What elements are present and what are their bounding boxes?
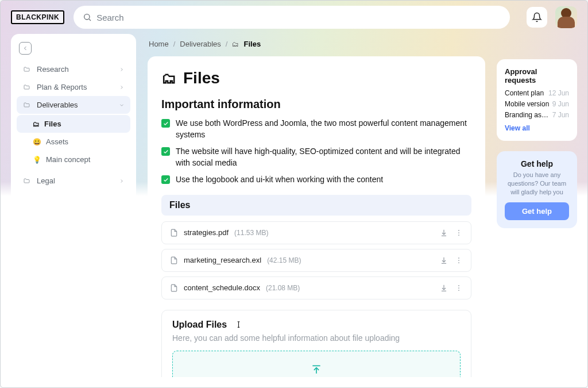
help-card: Get help Do you have any questions? Our … (497, 151, 577, 228)
approvals-view-all[interactable]: View all (505, 124, 530, 132)
approval-date: 7 Jun (552, 111, 569, 119)
check-icon (161, 147, 170, 156)
sidebar-item-label: Research (37, 65, 69, 74)
sidebar: Research Plan & Reports Deliverables 🗂 F… (11, 34, 136, 371)
download-icon[interactable] (440, 229, 448, 237)
text-cursor-icon (235, 320, 242, 329)
sidebar-item-deliverables[interactable]: Deliverables (17, 96, 130, 114)
svg-point-0 (84, 14, 90, 20)
file-actions (440, 256, 463, 264)
file-actions (440, 229, 463, 237)
file-row[interactable]: strategies.pdf (11.53 MB) (161, 221, 471, 244)
svg-point-11 (458, 285, 459, 286)
upload-heading-row: Upload Files (172, 320, 461, 330)
help-text: Do you have any questions? Our team will… (505, 171, 569, 197)
download-icon[interactable] (440, 284, 448, 292)
file-row[interactable]: content_schedule.docx (21.08 MB) (161, 276, 471, 299)
svg-point-4 (458, 232, 459, 233)
header-actions (527, 6, 577, 28)
main-column: Home / Deliverables / 🗂 Files 🗂 Files Im… (148, 34, 485, 377)
sidebar-item-research[interactable]: Research (17, 60, 130, 78)
sidebar-item-legal[interactable]: Legal (17, 172, 130, 190)
svg-point-12 (458, 287, 459, 289)
approval-name: Mobile version (505, 100, 549, 108)
file-name: content_schedule.docx (184, 283, 260, 292)
search-placeholder: Search (96, 13, 124, 22)
breadcrumb: Home / Deliverables / 🗂 Files (148, 34, 485, 51)
more-icon[interactable] (455, 284, 463, 292)
file-actions (440, 284, 463, 292)
files-heading: Files (161, 195, 471, 216)
sidebar-sub-label: Assets (46, 137, 68, 146)
main-card: 🗂 Files Important information We use bot… (148, 56, 485, 377)
notifications-button[interactable] (527, 7, 547, 28)
sidebar-item-plan-reports[interactable]: Plan & Reports (17, 78, 130, 96)
sidebar-children-deliverables: 🗂 Files 😀 Assets 💡 Main concept (17, 115, 130, 168)
svg-line-1 (89, 19, 91, 21)
download-icon[interactable] (440, 256, 448, 264)
search-icon (83, 13, 92, 22)
file-name: strategies.pdf (184, 228, 229, 237)
upload-dropzone[interactable]: Drag file(s) here or click to upload (172, 351, 461, 377)
more-icon[interactable] (455, 229, 463, 237)
breadcrumb-deliverables[interactable]: Deliverables (180, 40, 221, 48)
approval-date: 9 Jun (552, 100, 569, 108)
sidebar-collapse-button[interactable] (19, 42, 32, 55)
file-row[interactable]: marketing_research.exl (42.15 MB) (161, 249, 471, 272)
help-button[interactable]: Get help (505, 202, 569, 220)
sidebar-sub-label: Main concept (46, 155, 90, 164)
check-icon (161, 175, 170, 184)
file-icon (170, 256, 178, 265)
file-size: (21.08 MB) (266, 284, 300, 292)
breadcrumb-separator: / (173, 40, 176, 48)
check-icon (161, 119, 170, 128)
svg-point-8 (458, 260, 459, 261)
more-icon[interactable] (455, 256, 463, 264)
sidebar-sub-assets[interactable]: 😀 Assets (17, 133, 130, 151)
sidebar-sub-main-concept[interactable]: 💡 Main concept (17, 151, 130, 168)
approvals-card: Approval requests Content plan 12 Jun Mo… (497, 59, 577, 141)
info-heading: Important information (161, 98, 471, 111)
breadcrumb-current: Files (243, 40, 261, 48)
search-input[interactable]: Search (74, 6, 510, 29)
folder-icon (22, 84, 31, 91)
sidebar-sub-label: Files (44, 120, 61, 128)
info-item: The website will have high-quality, SEO-… (161, 146, 471, 168)
bulb-emoji-icon: 💡 (33, 156, 41, 164)
breadcrumb-separator: / (226, 40, 228, 48)
breadcrumb-home[interactable]: Home (149, 40, 169, 48)
upload-title: Upload Files (172, 320, 227, 330)
info-list: We use both WordPress and Joomla, the tw… (161, 118, 471, 186)
folder-emoji-icon: 🗂 (232, 40, 239, 48)
info-item-text: We use both WordPress and Joomla, the tw… (176, 118, 471, 140)
approval-item[interactable]: Mobile version 9 Jun (505, 100, 569, 108)
sidebar-item-label: Plan & Reports (37, 83, 87, 91)
avatar[interactable] (555, 6, 577, 28)
approval-name: Content plan (505, 89, 544, 97)
info-item-text: Use the logobook and ui-kit when working… (176, 174, 383, 186)
sidebar-sub-files[interactable]: 🗂 Files (17, 115, 130, 133)
folder-icon (22, 178, 31, 185)
upload-card: Upload Files Here, you can add some help… (161, 310, 471, 377)
app-frame: BLACKPINK Search Research (0, 0, 588, 388)
info-item: We use both WordPress and Joomla, the tw… (161, 118, 471, 140)
approvals-heading: Approval requests (505, 67, 569, 84)
file-size: (42.15 MB) (267, 256, 301, 264)
upload-icon (311, 364, 322, 375)
folder-emoji-icon: 🗂 (161, 70, 176, 87)
chevron-right-icon (119, 84, 125, 90)
svg-point-9 (458, 262, 459, 263)
approval-item[interactable]: Branding asse... 7 Jun (505, 111, 569, 119)
approval-item[interactable]: Content plan 12 Jun (505, 89, 569, 97)
chevron-right-icon (119, 178, 125, 184)
bell-icon (532, 12, 542, 22)
folder-icon (22, 102, 31, 109)
folder-icon (22, 66, 31, 73)
chevron-down-icon (119, 102, 125, 108)
chevron-right-icon (119, 67, 125, 72)
chevron-left-icon (22, 45, 29, 52)
page-title: 🗂 Files (161, 69, 471, 87)
brand-logo[interactable]: BLACKPINK (11, 10, 64, 24)
upload-hint: Here, you can add some helpful informati… (172, 333, 461, 343)
file-name: marketing_research.exl (184, 256, 261, 264)
